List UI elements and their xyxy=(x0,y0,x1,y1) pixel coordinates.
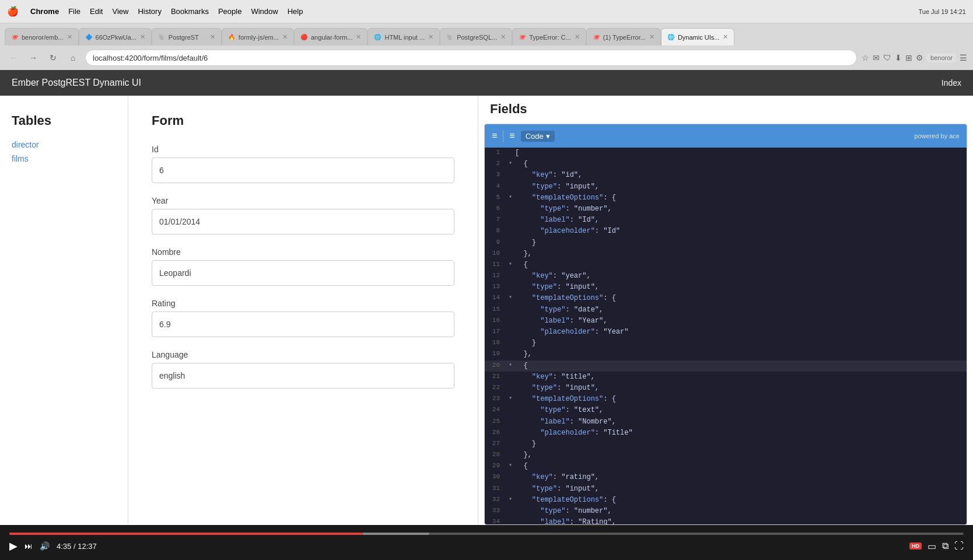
code-mode-button[interactable]: Code ▾ xyxy=(521,131,555,142)
line-content-22: "type": "input", xyxy=(515,383,967,394)
line-number-31: 31 xyxy=(485,484,506,494)
line-content-25: "label": "Nombre", xyxy=(515,416,967,428)
play-button[interactable]: ▶ xyxy=(9,540,18,552)
code-line-17: 17 "placeholder": "Year" xyxy=(485,327,967,338)
tab-1[interactable]: 🐙 benoror/emb... ✕ xyxy=(5,28,79,46)
language-input[interactable] xyxy=(152,363,454,388)
code-line-6: 6 "type": "number", xyxy=(485,204,967,215)
home-button[interactable]: ⌂ xyxy=(65,50,80,65)
address-input[interactable] xyxy=(85,50,857,66)
menu-file[interactable]: File xyxy=(68,7,80,16)
tab-1-close[interactable]: ✕ xyxy=(67,33,72,41)
rating-label: Rating xyxy=(152,299,454,308)
menu-view[interactable]: View xyxy=(112,7,128,16)
toolbar-lines-icon[interactable]: ≡ xyxy=(509,131,514,141)
code-line-24: 24 "type": "text", xyxy=(485,405,967,416)
tab-6-favicon: 🌐 xyxy=(374,34,381,40)
tab-8-close[interactable]: ✕ xyxy=(575,33,580,41)
tab-2[interactable]: 🔷 66OzPkwUa... ✕ xyxy=(79,28,152,46)
volume-button[interactable]: 🔊 xyxy=(40,541,50,551)
code-body[interactable]: 1[2▾ {3 "key": "id",4 "type": "input",5▾… xyxy=(485,148,967,524)
line-gutter-11: ▾ xyxy=(506,260,515,269)
menu-history[interactable]: History xyxy=(138,7,161,16)
subtitles-icon[interactable]: ▭ xyxy=(928,541,936,552)
tab-10[interactable]: 🌐 Dynamic UIs... ✕ xyxy=(661,28,735,46)
menu-edit[interactable]: Edit xyxy=(90,7,103,16)
tab-4[interactable]: 🔥 formly-js/em... ✕ xyxy=(222,28,294,46)
line-content-16: "label": "Year", xyxy=(515,316,967,327)
tab-9-close[interactable]: ✕ xyxy=(649,33,654,41)
code-line-3: 3 "key": "id", xyxy=(485,170,967,181)
code-line-34: 34 "label": "Rating", xyxy=(485,517,967,524)
progress-track[interactable] xyxy=(9,533,964,535)
line-content-24: "type": "text", xyxy=(515,405,967,416)
address-bar-row: ← → ↻ ⌂ ☆ ✉ 🛡 ⬇ ⊞ ⚙ benoror ☰ xyxy=(0,46,973,70)
pip-icon[interactable]: ⧉ xyxy=(942,541,949,551)
line-number-17: 17 xyxy=(485,327,506,337)
id-input[interactable] xyxy=(152,158,454,183)
settings-icon[interactable]: ⚙ xyxy=(916,53,923,62)
line-content-14: "templateOptions": { xyxy=(515,293,967,304)
download-icon[interactable]: ⬇ xyxy=(895,53,902,62)
line-content-21: "key": "title", xyxy=(515,372,967,383)
hd-badge: HD xyxy=(909,542,922,550)
menu-help[interactable]: Help xyxy=(288,7,303,16)
line-content-7: "label": "Id", xyxy=(515,215,967,226)
year-label: Year xyxy=(152,196,454,205)
fullscreen-icon[interactable]: ⛶ xyxy=(954,541,964,551)
next-button[interactable]: ⏭ xyxy=(24,541,33,551)
profile-icon[interactable]: ✉ xyxy=(873,53,880,62)
line-number-14: 14 xyxy=(485,293,506,303)
profile-badge[interactable]: benoror xyxy=(927,53,956,62)
tab-2-close[interactable]: ✕ xyxy=(140,33,145,41)
tab-5-close[interactable]: ✕ xyxy=(356,33,361,41)
video-bar: ▶ ⏭ 🔊 4:35 / 12:37 HD ▭ ⧉ ⛶ xyxy=(0,525,973,560)
powered-by-label: powered by ace xyxy=(914,132,960,139)
menu-icon[interactable]: ☰ xyxy=(960,53,967,62)
progress-buffer xyxy=(362,533,429,535)
tab-7[interactable]: 🐘 PostgreSQL... ✕ xyxy=(440,28,512,46)
line-content-19: }, xyxy=(515,349,967,360)
bookmark-icon[interactable]: ☆ xyxy=(862,53,869,62)
rating-input[interactable] xyxy=(152,312,454,337)
reload-button[interactable]: ↻ xyxy=(46,50,61,65)
tab-6[interactable]: 🌐 HTML input ... ✕ xyxy=(368,28,440,46)
line-content-34: "label": "Rating", xyxy=(515,517,967,524)
year-input[interactable] xyxy=(152,209,454,235)
line-number-16: 16 xyxy=(485,316,506,326)
forward-button[interactable]: → xyxy=(26,50,41,65)
toolbar-list-icon[interactable]: ≡ xyxy=(492,131,497,141)
tab-6-close[interactable]: ✕ xyxy=(428,33,433,41)
code-line-8: 8 "placeholder": "Id" xyxy=(485,226,967,237)
tab-5[interactable]: 🔴 angular-form... ✕ xyxy=(294,28,368,46)
nombre-group: Nombre xyxy=(152,247,454,286)
tab-3[interactable]: 🐘 PostgreST ✕ xyxy=(152,28,222,46)
tab-4-favicon: 🔥 xyxy=(228,34,235,40)
apps-icon[interactable]: ⊞ xyxy=(905,53,912,62)
tab-8[interactable]: 🐙 TypeError: C... ✕ xyxy=(512,28,586,46)
back-button[interactable]: ← xyxy=(6,50,21,65)
code-line-4: 4 "type": "input", xyxy=(485,181,967,192)
tab-9-favicon: 🐙 xyxy=(593,34,600,40)
nombre-input[interactable] xyxy=(152,260,454,286)
menu-window[interactable]: Window xyxy=(251,7,278,16)
index-link[interactable]: Index xyxy=(942,78,961,88)
line-content-23: "templateOptions": { xyxy=(515,394,967,405)
menu-chrome[interactable]: Chrome xyxy=(30,7,59,16)
tab-10-close[interactable]: ✕ xyxy=(723,33,728,41)
code-line-31: 31 "type": "input", xyxy=(485,484,967,495)
sidebar-item-director[interactable]: director xyxy=(12,140,116,149)
tab-3-close[interactable]: ✕ xyxy=(210,33,215,41)
menu-people[interactable]: People xyxy=(218,7,242,16)
menu-bookmarks[interactable]: Bookmarks xyxy=(171,7,209,16)
code-line-18: 18 } xyxy=(485,338,967,349)
tab-4-close[interactable]: ✕ xyxy=(282,33,288,41)
video-controls: ▶ ⏭ 🔊 4:35 / 12:37 HD ▭ ⧉ ⛶ xyxy=(9,540,964,552)
code-line-7: 7 "label": "Id", xyxy=(485,215,967,226)
line-number-2: 2 xyxy=(485,159,506,169)
tab-9[interactable]: 🐙 (1) TypeError... ✕ xyxy=(586,28,661,46)
code-line-28: 28 }, xyxy=(485,450,967,461)
line-number-20: 20 xyxy=(485,360,506,371)
tab-7-close[interactable]: ✕ xyxy=(501,33,506,41)
sidebar-item-films[interactable]: films xyxy=(12,154,116,163)
